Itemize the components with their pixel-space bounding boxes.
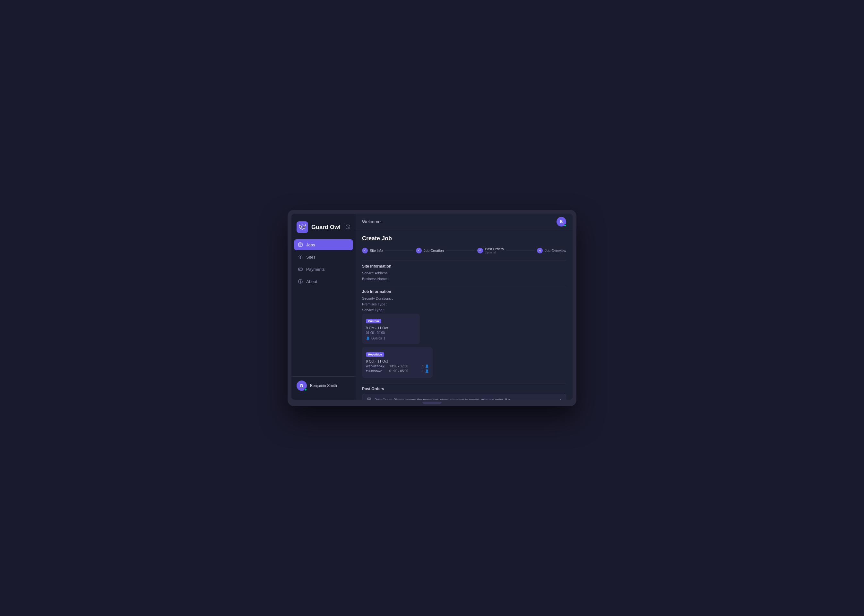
post-orders-section: Post Orders Post Order: Please ensure th… [362,387,566,400]
content-area: Create Job ✓ Site Info ✓ [356,230,573,400]
post-order-text: Post Order: Please ensure the necessary … [375,398,557,400]
logo-area: Guard Owl [291,219,356,239]
owl-logo-icon [297,222,308,233]
laptop-notch [422,402,442,404]
divider-top [362,261,566,261]
guards-count: 1 [384,336,386,340]
step-2-label: Job Creation [424,249,444,253]
svg-point-5 [301,227,301,228]
custom-time: 01:00 - 04:00 [366,331,416,335]
site-info-heading: Site Information [362,264,566,269]
svg-point-11 [301,256,302,257]
step-1-label: Site Info [370,249,382,253]
thursday-label: THURSDAY [366,369,387,373]
step-3-circle: ✓ [477,248,483,253]
sites-icon [298,255,303,259]
sidebar-item-sites[interactable]: Sites [294,251,353,262]
sidebar-item-about[interactable]: About [294,276,353,287]
wednesday-label: WEDNESDAY [366,365,387,368]
security-durations-row: Security Durations : [362,297,566,300]
post-order-card[interactable]: Post Order: Please ensure the necessary … [362,394,566,400]
step-post-orders: ✓ Post Orders Optional [477,247,504,254]
custom-badge: Custom [366,319,381,324]
wednesday-time: 13:00 - 17:00 [389,365,420,368]
sidebar: Guard Owl [291,214,356,400]
sites-label: Sites [306,255,315,259]
user-name: Benjamin Smith [310,383,337,388]
jobs-label: Jobs [306,242,315,247]
sidebar-item-jobs[interactable]: Jobs [294,239,353,250]
payments-label: Payments [306,267,325,272]
svg-point-10 [299,256,300,257]
repetitive-dates: 9 Oct - 11 Oct [366,359,429,363]
steps-bar: ✓ Site Info ✓ Job Creation [362,247,566,254]
svg-point-6 [304,227,304,228]
main-content: Welcome B Create Job ✓ Site [356,214,573,400]
thursday-guards: 1 👤 [422,369,429,373]
thursday-row: THURSDAY 01:00 - 05:00 1 👤 [366,369,429,373]
page-title: Create Job [362,235,566,242]
step-job-overview: 4 Job Overview [537,248,566,253]
step-job-creation: ✓ Job Creation [416,248,444,253]
clock-icon[interactable] [345,224,351,230]
custom-guards: 👤 Guards 1 [366,336,416,340]
service-type-row: Service Type : [362,308,566,312]
nav-items: Jobs Sites [291,239,356,376]
thursday-time: 01:00 - 05:00 [389,369,420,373]
status-indicator [304,388,307,391]
top-status-dot [564,224,566,226]
step-4-circle: 4 [537,248,543,253]
sidebar-item-payments[interactable]: Payments [294,264,353,275]
svg-point-16 [300,280,301,281]
job-info-heading: Job Information [362,289,566,294]
svg-rect-13 [299,268,302,270]
service-address-label: Service Address : [362,271,404,275]
business-name-row: Business Name : [362,277,566,281]
guard-person-icon: 👤 [366,336,370,340]
step-4-label: Job Overview [545,249,566,253]
avatar: B [297,380,307,391]
top-user-avatar[interactable]: B [557,217,566,226]
premises-type-row: Premises Type : [362,302,566,306]
about-label: About [306,279,317,284]
post-orders-heading: Post Orders [362,387,566,391]
custom-dates: 9 Oct - 11 Oct [366,326,416,330]
about-icon [298,279,303,284]
jobs-icon [298,242,303,247]
step-2-circle: ✓ [416,248,422,253]
security-durations-label: Security Durations : [362,297,404,300]
step-1-circle: ✓ [362,248,368,253]
top-bar: Welcome B [356,214,573,230]
welcome-text: Welcome [362,219,381,224]
step-3-sublabel: Optional [485,251,504,254]
guards-label: Guards [371,336,382,340]
repetitive-schedule-card: Repetitive 9 Oct - 11 Oct WEDNESDAY 13:0… [362,347,433,378]
wednesday-guard-icon: 👤 [425,365,429,368]
job-info-section: Job Information Security Durations : Pre… [362,289,566,378]
service-type-label: Service Type : [362,308,404,312]
svg-rect-14 [299,269,300,270]
service-address-row: Service Address : [362,271,566,275]
step-site-info: ✓ Site Info [362,248,382,253]
business-name-label: Business Name : [362,277,404,281]
wednesday-guards: 1 👤 [422,365,429,368]
repetitive-badge: Repetitive [366,352,384,357]
post-order-chevron-icon: › [560,397,561,400]
payments-icon [298,267,303,272]
thursday-guard-icon: 👤 [425,369,429,373]
svg-rect-0 [297,222,308,233]
site-info-section: Site Information Service Address : Busin… [362,264,566,281]
app-name: Guard Owl [311,224,340,231]
sidebar-user: B Benjamin Smith [291,376,356,394]
wednesday-row: WEDNESDAY 13:00 - 17:00 1 👤 [366,365,429,368]
post-order-doc-icon [367,398,371,400]
premises-type-label: Premises Type : [362,302,404,306]
step-3-label: Post Orders [485,247,504,251]
custom-schedule-card: Custom 9 Oct - 11 Oct 01:00 - 04:00 👤 Gu… [362,314,420,344]
divider-3 [362,383,566,383]
